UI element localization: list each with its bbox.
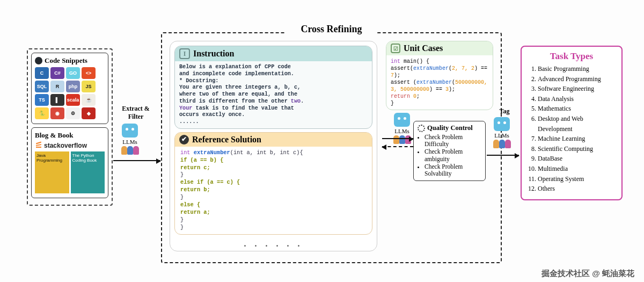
task-type-item: Basic Programming [538,64,616,74]
ref-line: } [180,194,367,201]
task-type-item: Mathematics [538,104,616,114]
instr-line: and incomplete code implementation. [179,71,368,78]
qc-item: Check Problem Solvability [425,163,481,177]
ref-line: return a; [180,209,367,216]
instr-line: where two of them are equal, and the [179,91,368,98]
people-icon [121,146,139,156]
task-type-item: Advanced Programming [538,74,616,84]
instruction-header: I Instruction [175,46,372,61]
cross-refining-title: Cross Refining [286,24,377,35]
robot-icon [394,113,410,127]
llm-block-2: LLMs [393,113,411,145]
code-snippets-title: Code Snippets [35,56,105,65]
tag-label: Tag [494,107,515,115]
task-type-item: Desktop and Web Development [538,114,616,134]
gear-icon [418,125,425,132]
instr-line: Your task is to find the value that [179,105,368,112]
lang-icon-sql: SQL [35,81,49,92]
watermark: 掘金技术社区 @ 蚝油菜花 [541,269,634,279]
book-row: Java Programming The Python Coding Book [35,151,105,193]
task-type-item: Software Engineering [538,84,616,94]
unit-cases-header: ☑ Unit Cases [386,41,493,55]
blog-book-box: Blog & Book stackoverflow Java Programmi… [31,127,108,198]
llm-block-3: LLMs [493,117,511,149]
lang-icon-🐍: 🐍 [35,107,49,119]
stackoverflow-icon [35,142,42,149]
qc-item: Check Problem ambiguity [425,148,481,162]
code-snippets-label: Code Snippets [45,56,87,65]
lang-icon-◆: ◆ [82,107,96,119]
task-type-item: Scientific Computing [538,144,616,154]
ref-line: return c; [180,164,367,172]
qc-title-row: Quality Control [418,124,481,132]
quality-control-box: Quality Control Check Problem Difficulty… [413,121,486,181]
list-icon: ☑ [391,44,400,53]
check-icon: ✔ [179,135,189,144]
cards-wrap: I Instruction Below is a explanation of … [170,41,377,251]
book-python: The Python Coding Book [71,151,105,193]
lang-icon-php: php [66,81,80,92]
stackoverflow-text: stackoverflow [44,142,87,149]
reference-card: ✔ Reference Solution int extraNumber(int… [174,132,372,235]
qc-list: Check Problem DifficultyCheck Problem am… [418,134,481,177]
extract-filter-label: Extract & Filter [114,105,157,121]
instr-line: * Docstring: [179,78,368,85]
uc-line: int main() { [391,58,488,65]
book-java: Java Programming [35,151,69,193]
lang-icon-scala: scala [66,94,80,106]
language-icon-grid: CC#GO<>SQLRphpJSTS▌scala☕🐍◉⚙◆ [35,67,105,119]
instr-line: Below is a explanation of CPP code [179,64,368,71]
ref-line: } [180,224,367,232]
stackoverflow-logo: stackoverflow [35,142,105,149]
blog-book-title: Blog & Book [35,131,105,140]
people-icon [393,135,411,145]
lang-icon-c: C [35,67,49,79]
task-type-item: Multimedia [538,164,616,174]
people-icon [493,140,511,149]
ref-line: else { [180,201,367,209]
ref-line: if (a == b) { [180,157,367,164]
uc-line: } [391,100,488,107]
instruction-body: Below is a explanation of CPP code and i… [175,61,372,128]
lang-icon-◉: ◉ [50,107,64,119]
lang-icon-go: GO [66,67,80,79]
uc-line: assert(extraNumber(2, 7, 2) == 7); [391,65,488,79]
task-types-box: Task Types Basic ProgrammingAdvanced Pro… [521,46,623,200]
instr-line: ...... [179,119,368,126]
arrow-tag [487,155,519,156]
sources-column: Code Snippets CC#GO<>SQLRphpJSTS▌scala☕🐍… [27,48,113,206]
unit-cases-title: Unit Cases [404,44,443,53]
ref-line: int extraNumber(int a, int b, int c){ [180,149,367,157]
lang-icon-☕: ☕ [82,94,96,106]
ref-line: else if (a == c) { [180,179,367,186]
unit-cases-card: ☑ Unit Cases int main() { assert(extraNu… [386,41,493,110]
lang-icon-▌: ▌ [50,94,64,106]
qc-title: Quality Control [427,124,473,132]
lang-icon-ts: TS [35,94,49,106]
task-type-item: Operating System [538,174,616,184]
instr-line: occurs exactly once. [179,112,368,119]
reference-title: Reference Solution [192,135,261,144]
instruction-icon: I [179,48,190,59]
github-icon [35,57,42,64]
blog-book-label: Blog & Book [35,131,74,140]
qc-item: Check Problem Difficulty [425,134,481,148]
lang-icon-r: R [50,81,64,92]
arrow-extract [113,160,160,161]
lang-icon-js: JS [82,81,96,92]
instr-line: You are given three integers a, b, c, [179,84,368,91]
ref-line: return b; [180,186,367,194]
reference-header: ✔ Reference Solution [175,133,372,147]
task-type-item: Others [538,184,616,194]
lang-icon-<>: <> [82,67,96,79]
instruction-title: Instruction [193,49,234,59]
arrow-to-qc [382,138,413,139]
uc-line: return 0; [391,93,488,100]
arrow-from-qc [382,146,413,147]
llms-label-1: LLMs [121,139,139,145]
task-types-title: Task Types [527,51,616,62]
instruction-card: I Instruction Below is a explanation of … [174,46,372,129]
lang-icon-c#: C# [50,67,64,79]
robot-icon [494,117,510,131]
uc-line: 3, 500000000) == 3); [391,86,488,93]
